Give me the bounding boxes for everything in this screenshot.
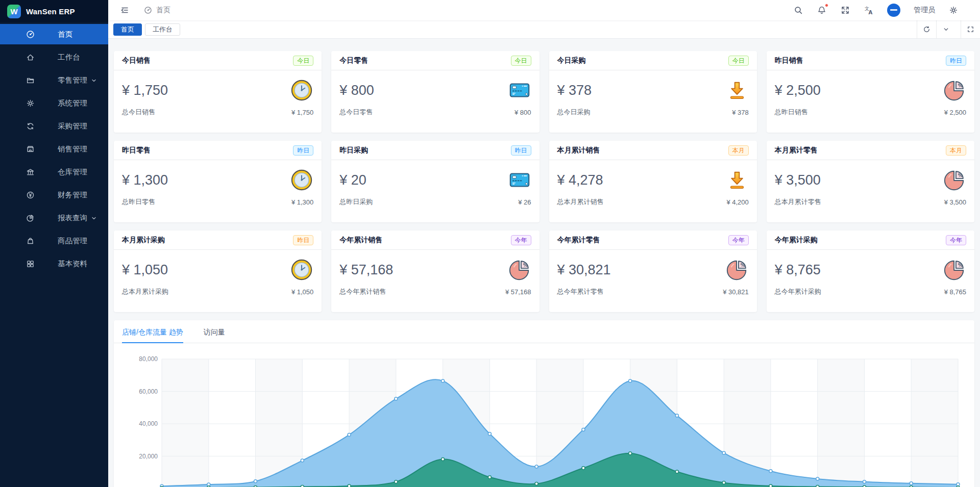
stat-card-2: 今日采购 今日 ¥ 378 总今日采购 ¥ 378 — [549, 51, 757, 133]
content-area: 今日销售 今日 ¥ 1,750 总今日销售 ¥ 1,750 — [108, 39, 980, 487]
sidebar-item-icon — [26, 53, 37, 62]
chart-tab-0[interactable]: 店铺/仓库流量 趋势 — [122, 328, 183, 343]
stat-card-footer: 总本月累计零售 ¥ 3,500 — [767, 192, 974, 207]
stat-card-value: ¥ 2,500 — [775, 83, 821, 98]
settings-gear-icon[interactable] — [948, 5, 959, 15]
stat-card-footer-label: 总昨日采购 — [339, 197, 373, 207]
refresh-icon[interactable] — [917, 20, 936, 39]
sidebar-item-0[interactable]: 首页 — [0, 24, 108, 44]
stat-card-footer-label: 总本月累计销售 — [557, 197, 604, 207]
stat-card-9: 今年累计销售 今年 ¥ 57,168 % 总今年累计销售 ¥ 57,168 — [331, 230, 539, 312]
sidebar-item-10[interactable]: 基本资料 — [0, 253, 108, 274]
stat-card-body: ¥ 20 — [331, 160, 539, 192]
stat-card-body: ¥ 30,821 % — [549, 250, 757, 281]
stat-card-footer-label: 总昨日零售 — [122, 197, 155, 207]
status-badge: 今日 — [728, 56, 749, 66]
svg-text:A: A — [869, 10, 873, 15]
stat-card-footer-label: 总今日销售 — [122, 108, 155, 117]
main-area: 首页 文A 管理员 首页 工作台 — [108, 0, 980, 487]
search-icon[interactable] — [793, 5, 803, 15]
sidebar-item-icon — [26, 168, 37, 176]
stat-card-value: ¥ 30,821 — [557, 262, 611, 278]
stat-card-footer-value: ¥ 1,300 — [291, 198, 313, 206]
stat-card-value: ¥ 800 — [339, 83, 374, 98]
status-badge: 昨日 — [293, 145, 313, 156]
stat-card-title: 昨日销售 — [775, 51, 803, 70]
stat-cards-grid: 今日销售 今日 ¥ 1,750 总今日销售 ¥ 1,750 — [114, 51, 974, 312]
status-badge: 今日 — [511, 56, 531, 66]
stat-card-header: 本月累计零售 本月 — [767, 141, 974, 160]
stat-card-title: 本月累计销售 — [557, 141, 600, 160]
sidebar-item-label: 仓库管理 — [58, 167, 87, 177]
sidebar-item-2[interactable]: 零售管理 — [0, 70, 108, 90]
sidebar-item-5[interactable]: 销售管理 — [0, 139, 108, 159]
stat-card-value: ¥ 1,300 — [122, 172, 168, 188]
page-tab-0[interactable]: 首页 — [113, 23, 142, 36]
stat-card-body: ¥ 57,168 % — [331, 250, 539, 281]
page-tabbar: 首页 工作台 — [108, 20, 980, 39]
stat-card-icon — [290, 168, 313, 192]
stat-card-body: ¥ 2,500 % — [767, 70, 974, 102]
stat-card-icon — [290, 258, 313, 281]
sidebar-item-7[interactable]: 财务管理 — [0, 185, 108, 205]
stat-card-footer-value: ¥ 8,765 — [944, 288, 966, 296]
stat-card-footer: 总今年累计零售 ¥ 30,821 — [549, 281, 757, 296]
stat-card-header: 本月累计销售 本月 — [549, 141, 757, 160]
status-badge: 今日 — [293, 56, 313, 66]
stat-card-footer-value: ¥ 2,500 — [944, 109, 966, 116]
translate-icon[interactable]: 文A — [864, 5, 874, 15]
admin-label[interactable]: 管理员 — [914, 6, 935, 15]
stat-card-header: 昨日零售 昨日 — [114, 141, 322, 160]
stat-card-footer-label: 总本月累计零售 — [775, 197, 821, 207]
stat-card-1: 今日零售 今日 ¥ 800 总今日零售 ¥ 800 — [331, 51, 539, 133]
sidebar-item-1[interactable]: 工作台 — [0, 47, 108, 67]
stat-card-footer-value: ¥ 1,050 — [291, 288, 313, 296]
sidebar-item-9[interactable]: 商品管理 — [0, 230, 108, 251]
sidebar-item-6[interactable]: 仓库管理 — [0, 162, 108, 182]
sidebar-collapse-icon[interactable] — [119, 5, 130, 15]
svg-text:60,000: 60,000 — [139, 388, 158, 395]
stat-card-value: ¥ 20 — [339, 172, 366, 188]
chart-tab-1[interactable]: 访问量 — [204, 328, 225, 343]
tab-caret-down-icon[interactable] — [936, 20, 955, 39]
sidebar-item-8[interactable]: 报表查询 — [0, 208, 108, 228]
sidebar-item-4[interactable]: 采购管理 — [0, 116, 108, 136]
stat-card-header: 今年累计采购 今年 — [767, 230, 974, 250]
stat-card-body: ¥ 378 — [549, 70, 757, 102]
svg-text:%: % — [958, 83, 963, 88]
notification-badge-dot — [825, 4, 828, 7]
stat-card-footer-value: ¥ 1,750 — [291, 109, 313, 116]
fullscreen-expand-icon[interactable] — [840, 5, 850, 15]
app-root: W WanSen ERP 首页 工作台 零售管理 — [0, 0, 980, 487]
sidebar-item-3[interactable]: 系统管理 — [0, 93, 108, 113]
trend-chart-card: 店铺/仓库流量 趋势 访问量 80,00060,00040,00020,000 — [114, 320, 974, 487]
svg-text:%: % — [523, 263, 527, 268]
stat-card-body: ¥ 800 — [331, 70, 539, 102]
maximize-icon[interactable] — [961, 20, 980, 39]
breadcrumb[interactable]: 首页 — [144, 6, 170, 15]
sidebar-menu: 首页 工作台 零售管理 系统管理 — [0, 22, 108, 274]
stat-card-footer-value: ¥ 3,500 — [944, 198, 966, 206]
stat-card-icon: % — [943, 79, 966, 102]
sidebar-item-label: 商品管理 — [58, 236, 87, 246]
sidebar-item-icon — [26, 214, 37, 222]
stat-card-title: 今年累计零售 — [557, 230, 600, 249]
status-badge: 本月 — [728, 145, 749, 156]
stat-card-footer: 总今日销售 ¥ 1,750 — [114, 102, 322, 117]
sidebar-item-icon — [26, 76, 37, 85]
sidebar-item-icon — [26, 145, 37, 153]
notifications-bell-icon[interactable] — [817, 5, 827, 15]
stat-card-footer-label: 总本月累计采购 — [122, 287, 168, 296]
user-avatar[interactable] — [887, 4, 900, 17]
sidebar-item-label: 首页 — [58, 30, 72, 39]
sidebar-item-icon — [26, 99, 37, 108]
stat-card-value: ¥ 378 — [557, 83, 592, 98]
stat-card-icon — [725, 168, 749, 192]
stat-card-4: 昨日零售 昨日 ¥ 1,300 总昨日零售 ¥ 1,300 — [114, 141, 322, 222]
svg-text:20,000: 20,000 — [139, 453, 158, 460]
stat-card-footer: 总昨日采购 ¥ 26 — [331, 192, 539, 207]
page-tab-1[interactable]: 工作台 — [145, 23, 180, 36]
stat-card-header: 今年累计零售 今年 — [549, 230, 757, 250]
stat-card-footer: 总今日采购 ¥ 378 — [549, 102, 757, 117]
stat-card-body: ¥ 8,765 % — [767, 250, 974, 281]
